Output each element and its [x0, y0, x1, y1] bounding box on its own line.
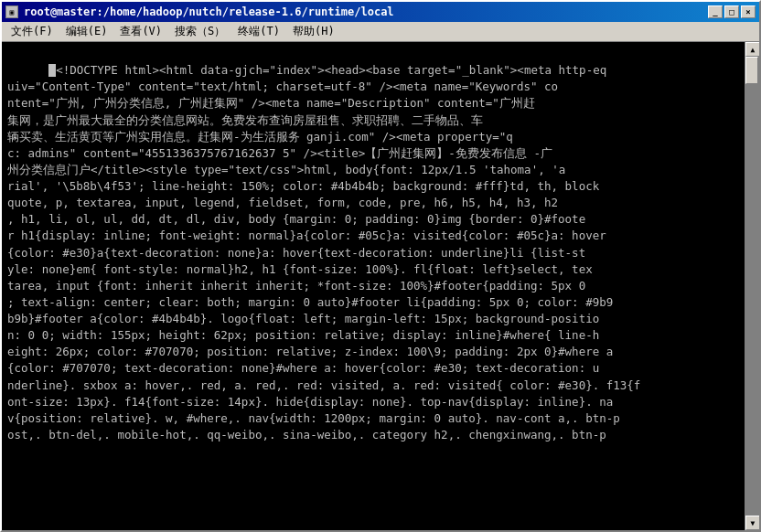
- terminal-text: <!DOCTYPE html><html data-gjch="index"><…: [7, 63, 640, 442]
- terminal-output[interactable]: <!DOCTYPE html><html data-gjch="index"><…: [2, 42, 745, 530]
- cursor: [48, 64, 56, 77]
- menu-edit[interactable]: 编辑(E): [60, 22, 113, 41]
- menu-terminal[interactable]: 终端(T): [232, 22, 285, 41]
- title-bar-left: ▣ root@master:/home/hadoop/nutch/release…: [5, 5, 394, 18]
- minimize-button[interactable]: _: [708, 5, 723, 18]
- maximize-button[interactable]: □: [724, 5, 739, 18]
- content-area: <!DOCTYPE html><html data-gjch="index"><…: [2, 42, 759, 530]
- menu-search[interactable]: 搜索（S）: [169, 22, 230, 41]
- menu-file[interactable]: 文件(F): [5, 22, 59, 41]
- scroll-up-button[interactable]: ▲: [745, 42, 759, 57]
- scroll-track[interactable]: [745, 57, 759, 516]
- menu-help[interactable]: 帮助(H): [287, 22, 340, 41]
- scroll-down-button[interactable]: ▼: [745, 516, 759, 530]
- title-bar-buttons: _ □ ×: [708, 5, 756, 18]
- menu-view[interactable]: 查看(V): [114, 22, 167, 41]
- title-bar: ▣ root@master:/home/hadoop/nutch/release…: [2, 2, 759, 22]
- window-title: root@master:/home/hadoop/nutch/release-1…: [24, 5, 394, 18]
- menu-bar: 文件(F) 编辑(E) 查看(V) 搜索（S） 终端(T) 帮助(H): [2, 22, 759, 42]
- scroll-thumb[interactable]: [745, 57, 758, 84]
- vertical-scrollbar[interactable]: ▲ ▼: [745, 42, 759, 530]
- close-button[interactable]: ×: [741, 5, 756, 18]
- main-window: ▣ root@master:/home/hadoop/nutch/release…: [0, 0, 761, 532]
- window-icon: ▣: [5, 5, 18, 18]
